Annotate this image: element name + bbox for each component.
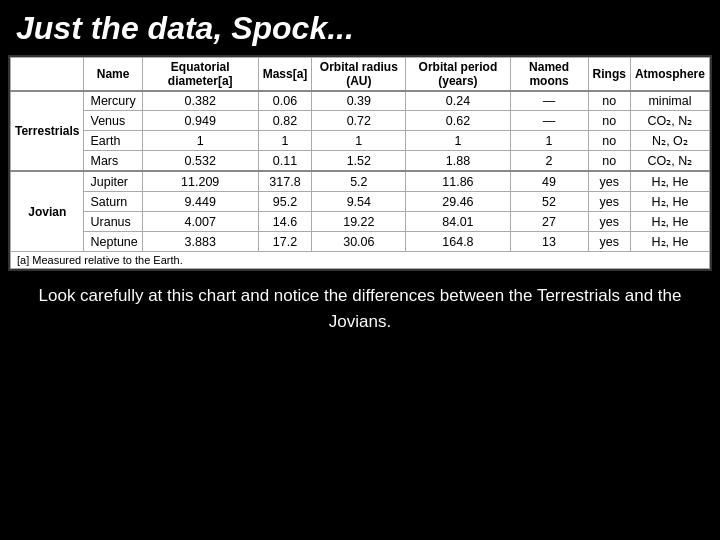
- cell-orbital_period: 1: [406, 131, 510, 151]
- cell-rings: yes: [588, 171, 630, 192]
- cell-eq_diameter: 9.449: [142, 192, 258, 212]
- cell-name: Saturn: [84, 192, 142, 212]
- cell-named_moons: —: [510, 111, 588, 131]
- col-header-mass: Mass[a]: [258, 58, 312, 92]
- cell-rings: no: [588, 91, 630, 111]
- cell-rings: yes: [588, 232, 630, 252]
- cell-orbital_radius: 0.72: [312, 111, 406, 131]
- cell-name: Neptune: [84, 232, 142, 252]
- cell-rings: yes: [588, 192, 630, 212]
- group-label: Terrestrials: [11, 91, 84, 171]
- cell-eq_diameter: 11.209: [142, 171, 258, 192]
- page-title: Just the data, Spock...: [0, 0, 720, 55]
- cell-orbital_period: 84.01: [406, 212, 510, 232]
- col-header-group: [11, 58, 84, 92]
- cell-atmosphere: N₂, O₂: [630, 131, 709, 151]
- cell-eq_diameter: 0.532: [142, 151, 258, 172]
- data-table-container: Name Equatorial diameter[a] Mass[a] Orbi…: [8, 55, 712, 271]
- col-header-orbital-period: Orbital period (years): [406, 58, 510, 92]
- footer-text: Look carefully at this chart and notice …: [0, 271, 720, 342]
- cell-name: Venus: [84, 111, 142, 131]
- cell-named_moons: 52: [510, 192, 588, 212]
- col-header-atmosphere: Atmosphere: [630, 58, 709, 92]
- cell-named_moons: 13: [510, 232, 588, 252]
- cell-mass: 317.8: [258, 171, 312, 192]
- cell-orbital_radius: 5.2: [312, 171, 406, 192]
- col-header-name: Name: [84, 58, 142, 92]
- cell-atmosphere: CO₂, N₂: [630, 111, 709, 131]
- table-row: Neptune3.88317.230.06164.813yesH₂, He: [11, 232, 710, 252]
- col-header-orbital-radius: Orbital radius (AU): [312, 58, 406, 92]
- cell-atmosphere: CO₂, N₂: [630, 151, 709, 172]
- cell-orbital_period: 0.62: [406, 111, 510, 131]
- cell-eq_diameter: 3.883: [142, 232, 258, 252]
- cell-orbital_period: 164.8: [406, 232, 510, 252]
- cell-name: Mercury: [84, 91, 142, 111]
- table-row: TerrestrialsMercury0.3820.060.390.24—nom…: [11, 91, 710, 111]
- col-header-rings: Rings: [588, 58, 630, 92]
- cell-mass: 95.2: [258, 192, 312, 212]
- cell-orbital_period: 11.86: [406, 171, 510, 192]
- cell-name: Earth: [84, 131, 142, 151]
- cell-orbital_radius: 9.54: [312, 192, 406, 212]
- cell-eq_diameter: 1: [142, 131, 258, 151]
- cell-mass: 14.6: [258, 212, 312, 232]
- col-header-named-moons: Named moons: [510, 58, 588, 92]
- group-label: Jovian: [11, 171, 84, 252]
- cell-mass: 17.2: [258, 232, 312, 252]
- table-row: JovianJupiter11.209317.85.211.8649yesH₂,…: [11, 171, 710, 192]
- cell-named_moons: 1: [510, 131, 588, 151]
- cell-orbital_radius: 1.52: [312, 151, 406, 172]
- table-row: Earth11111noN₂, O₂: [11, 131, 710, 151]
- cell-orbital_period: 29.46: [406, 192, 510, 212]
- cell-named_moons: 49: [510, 171, 588, 192]
- cell-rings: no: [588, 111, 630, 131]
- cell-orbital_radius: 30.06: [312, 232, 406, 252]
- cell-orbital_radius: 0.39: [312, 91, 406, 111]
- cell-atmosphere: minimal: [630, 91, 709, 111]
- cell-eq_diameter: 0.949: [142, 111, 258, 131]
- cell-atmosphere: H₂, He: [630, 192, 709, 212]
- cell-rings: yes: [588, 212, 630, 232]
- cell-name: Uranus: [84, 212, 142, 232]
- cell-orbital_radius: 19.22: [312, 212, 406, 232]
- table-row: Venus0.9490.820.720.62—noCO₂, N₂: [11, 111, 710, 131]
- cell-eq_diameter: 0.382: [142, 91, 258, 111]
- cell-mass: 0.06: [258, 91, 312, 111]
- cell-orbital_period: 1.88: [406, 151, 510, 172]
- cell-orbital_radius: 1: [312, 131, 406, 151]
- table-row: Saturn9.44995.29.5429.4652yesH₂, He: [11, 192, 710, 212]
- cell-named_moons: —: [510, 91, 588, 111]
- table-row: Uranus4.00714.619.2284.0127yesH₂, He: [11, 212, 710, 232]
- cell-orbital_period: 0.24: [406, 91, 510, 111]
- cell-atmosphere: H₂, He: [630, 232, 709, 252]
- cell-name: Jupiter: [84, 171, 142, 192]
- cell-rings: no: [588, 151, 630, 172]
- cell-named_moons: 27: [510, 212, 588, 232]
- table-row: Mars0.5320.111.521.882noCO₂, N₂: [11, 151, 710, 172]
- cell-rings: no: [588, 131, 630, 151]
- cell-atmosphere: H₂, He: [630, 212, 709, 232]
- col-header-eq-diameter: Equatorial diameter[a]: [142, 58, 258, 92]
- cell-atmosphere: H₂, He: [630, 171, 709, 192]
- cell-name: Mars: [84, 151, 142, 172]
- planets-table: Name Equatorial diameter[a] Mass[a] Orbi…: [10, 57, 710, 269]
- cell-mass: 1: [258, 131, 312, 151]
- cell-mass: 0.11: [258, 151, 312, 172]
- cell-mass: 0.82: [258, 111, 312, 131]
- cell-named_moons: 2: [510, 151, 588, 172]
- table-footnote: [a] Measured relative to the Earth.: [11, 252, 710, 269]
- cell-eq_diameter: 4.007: [142, 212, 258, 232]
